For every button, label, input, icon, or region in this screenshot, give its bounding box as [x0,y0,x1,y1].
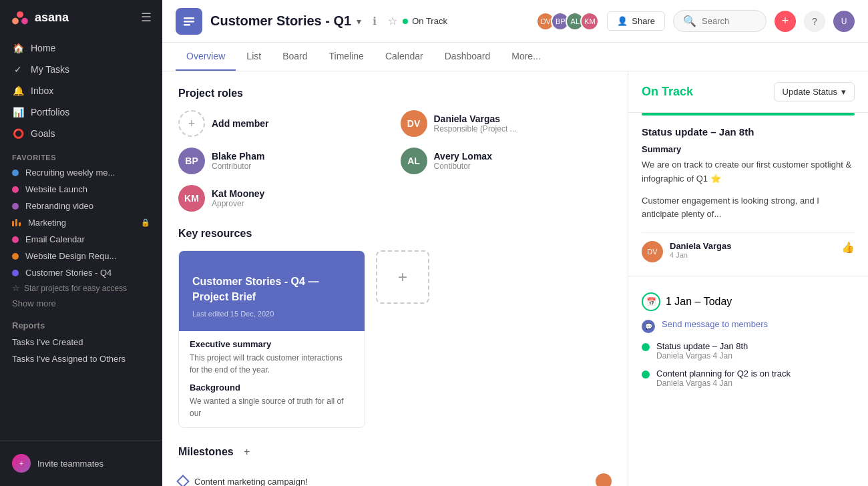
circle-icon: ⭕ [12,128,24,140]
project-icon [176,8,202,35]
project-dropdown-button[interactable]: ▾ [357,16,361,27]
role-item-blake: BP Blake Pham Contributor [178,148,390,174]
status-label: On Track [412,16,447,26]
sidebar-item-my-tasks-label: My Tasks [31,64,69,75]
background-title: Background [190,383,354,393]
sidebar-item-customer-stories-q4[interactable]: Customer Stories - Q4 [5,264,157,281]
sidebar-nav: 🏠 Home ✓ My Tasks 🔔 Inbox 📊 Portfolios ⭕… [0,35,162,147]
add-member-button[interactable]: + [178,110,205,137]
timeline-subtitle-content-planning: Daniela Vargas 4 Jan [656,379,791,388]
sidebar-item-recruiting[interactable]: Recruiting weekly me... [5,164,157,181]
sidebar-item-marketing[interactable]: Marketing 🔒 [5,214,157,231]
update-status-button[interactable]: Update Status ▾ [774,82,855,101]
timeline-title-content-planning: Content planning for Q2 is on track [656,369,791,379]
add-member-info: Add member [212,118,269,129]
tab-timeline[interactable]: Timeline [318,43,375,71]
sidebar-item-goals[interactable]: ⭕ Goals [5,123,157,144]
search-input[interactable] [702,16,756,26]
role-info-blake: Blake Pham Contributor [212,151,264,171]
timeline-dot-2 [642,371,650,379]
timeline-date-label: 1 Jan – Today [666,296,732,308]
dot-icon-website-design [12,253,19,260]
sidebar-item-portfolios[interactable]: 📊 Portfolios [5,101,157,123]
avatars-group: DV BP AL KM [536,12,599,31]
add-resource-button[interactable]: + [376,250,429,304]
timeline-content-status-update: Status update – Jan 8th Daniela Vargas 4… [656,341,748,360]
fav-item-label-rebranding: Rebranding video [25,201,93,211]
show-more-button[interactable]: Show more [0,295,162,312]
milestone-add-button[interactable]: + [239,444,255,460]
timeline-item-send-message: 💬 Send message to members [642,319,855,333]
avatar-4: KM [580,12,599,31]
avatar-daniela: DV [401,110,427,137]
key-resources-title: Key resources [178,228,612,240]
dot-icon-customer-stories-q4 [12,270,19,276]
milestone-item-content-marketing[interactable]: Content marketing campaign! [178,468,612,486]
resource-card-project-brief[interactable]: Customer Stories - Q4 — Project Brief La… [178,250,365,428]
invite-teammates-button[interactable]: + Invite teammates [5,449,157,478]
bar-chart-icon: 📊 [12,106,24,118]
timeline-calendar-icon: 📅 [642,292,660,311]
project-icon-svg [182,14,196,29]
commenter-date: 4 Jan [670,251,732,259]
role-name-kat: Kat Mooney [212,188,264,199]
main-panel: Project roles + Add member DV Daniela Va… [162,71,628,486]
avatar-avery: AL [401,148,427,174]
tab-dashboard[interactable]: Dashboard [434,43,501,71]
like-icon[interactable]: 👍 [841,241,855,254]
sidebar-item-rebranding[interactable]: Rebranding video [5,198,157,214]
resources-grid: Customer Stories - Q4 — Project Brief La… [178,250,612,428]
update-status-chevron-icon: ▾ [841,87,846,97]
timeline-link-send-message[interactable]: Send message to members [662,319,768,329]
tab-board[interactable]: Board [272,43,318,71]
milestone-diamond-icon [176,475,190,486]
sidebar-item-home-label: Home [31,43,55,53]
background-text: We wanted a single source of truth for a… [190,395,354,419]
sidebar-item-goals-label: Goals [31,128,55,139]
invite-label: Invite teammates [37,459,103,469]
home-icon: 🏠 [12,42,24,54]
search-icon: 🔍 [683,15,696,27]
tab-overview[interactable]: Overview [176,43,236,71]
role-item-add-member: + Add member [178,110,390,137]
milestones-header: Milestones + [178,444,612,460]
svg-point-2 [21,18,28,25]
right-panel: On Track Update Status ▾ Status update –… [628,71,868,486]
star-button[interactable]: ☆ [388,15,397,27]
sidebar-item-my-tasks[interactable]: ✓ My Tasks [5,59,157,80]
tab-calendar[interactable]: Calendar [375,43,434,71]
timeline-item-content-planning: Content planning for Q2 is on track Dani… [642,369,855,388]
sidebar-bottom: + Invite teammates [0,440,162,486]
sidebar-item-website-design[interactable]: Website Design Requ... [5,248,157,264]
sidebar-item-tasks-created[interactable]: Tasks I've Created [5,334,157,350]
commenter-avatar: DV [642,241,663,262]
hamburger-button[interactable]: ☰ [141,10,152,25]
user-avatar[interactable]: U [833,11,855,32]
tab-list[interactable]: List [236,43,272,71]
sidebar-item-tasks-assigned[interactable]: Tasks I've Assigned to Others [5,350,157,367]
search-box[interactable]: 🔍 [673,10,767,32]
topbar: Customer Stories - Q1 ▾ ℹ ☆ On Track DV … [162,0,868,43]
sidebar-item-email-calendar[interactable]: Email Calendar [5,231,157,248]
asana-logo-text: asana [35,11,69,25]
tab-more[interactable]: More... [501,43,552,71]
background-section: Background We wanted a single source of … [190,383,354,419]
check-icon: ✓ [12,63,24,75]
reports-section-label: Reports [5,317,157,334]
main-content: Customer Stories - Q1 ▾ ℹ ☆ On Track DV … [162,0,868,486]
share-button[interactable]: 👤 Share [607,11,665,31]
continue-text: Customer engagement is looking strong, a… [642,194,855,222]
add-button[interactable]: + [775,11,796,32]
sidebar-item-home[interactable]: 🏠 Home [5,37,157,59]
right-panel-header: On Track Update Status ▾ [628,71,868,113]
info-button[interactable]: ℹ [367,13,383,29]
on-track-label: On Track [642,85,693,99]
role-item-avery: AL Avery Lomax Contibutor [401,148,612,174]
fav-item-label-website-launch: Website Launch [25,184,87,194]
favorites-list: Recruiting weekly me... Website Launch R… [0,164,162,295]
sidebar-item-inbox[interactable]: 🔔 Inbox [5,80,157,101]
milestones-section: Milestones + Content marketing campaign! [178,444,612,486]
sidebar-item-website-launch[interactable]: Website Launch [5,181,157,198]
help-button[interactable]: ? [804,11,825,32]
sidebar-item-star-projects: ☆ Star projects for easy access [5,281,157,295]
